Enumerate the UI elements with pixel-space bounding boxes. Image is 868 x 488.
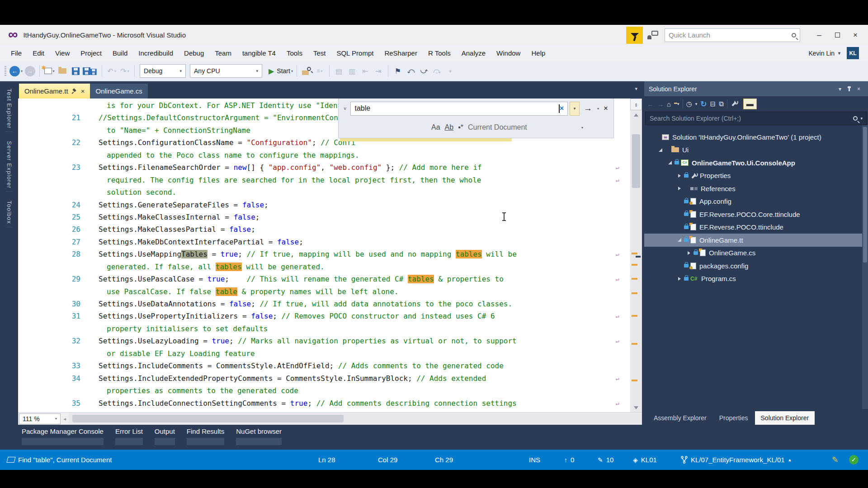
code-row[interactable]: 27Settings.MakeDbContextInterfacePartial… — [18, 236, 642, 248]
send-feedback-icon[interactable] — [647, 31, 658, 40]
menu-item-tangible-t4[interactable]: tangible T4 — [237, 49, 281, 57]
left-tab-test-explorer[interactable]: Test Explorer — [6, 86, 13, 132]
editor-horizontal-scrollbar[interactable] — [69, 413, 642, 425]
document-tab-onlinegame-tt[interactable]: OnlineGame.tt× — [19, 84, 90, 99]
menu-item-view[interactable]: View — [50, 49, 75, 57]
menu-item-window[interactable]: Window — [491, 49, 526, 57]
search-history-dropdown[interactable]: ▾ — [570, 102, 580, 116]
left-tab-toolbox[interactable]: Toolbox — [6, 198, 13, 227]
properties-window-icon[interactable]: ⧉ — [719, 100, 724, 108]
menu-item-r-tools[interactable]: R Tools — [423, 49, 456, 57]
undo-button[interactable]: ↶▾ — [106, 64, 118, 78]
pending-edits-indicator[interactable]: ✎10 — [598, 450, 613, 470]
code-row[interactable]: 26Settings.MakeClassesPartial = false; — [18, 223, 642, 235]
menu-item-incredibuild[interactable]: Incredibuild — [133, 49, 179, 57]
scroll-left-icon[interactable]: ◂ — [61, 416, 69, 422]
solution-search-input[interactable]: Search Solution Explorer (Ctrl+;) ▾ — [645, 112, 867, 125]
menu-item-project[interactable]: Project — [75, 49, 107, 57]
find-next-dropdown-icon[interactable]: ▾ — [597, 107, 599, 111]
tree-item-program-cs[interactable]: C#Program.cs — [644, 272, 868, 286]
toolbar-options-button[interactable]: ≡▾ — [314, 64, 326, 78]
menu-item-tools[interactable]: Tools — [281, 49, 308, 57]
find-next-button[interactable]: → — [581, 103, 594, 113]
repository-indicator[interactable]: ◈KL01 — [633, 450, 657, 470]
branch-indicator[interactable]: KL/07_EntityFramework_KL/01 ▲ — [681, 450, 792, 470]
save-all-button[interactable] — [83, 64, 98, 78]
code-row[interactable]: 29Settings.UsePascalCase = true; // This… — [18, 273, 642, 285]
code-row[interactable]: appended to the Poco class name to confi… — [18, 149, 642, 161]
code-row[interactable]: properties as comments to the generated … — [18, 385, 642, 397]
editor-vertical-scrollbar[interactable]: ⇕ — [630, 99, 642, 412]
next-bookmark-button[interactable]: ⤻ — [418, 64, 430, 78]
expanded-arrow-icon[interactable] — [676, 238, 683, 242]
tree-item-onlinegametwo-ui-consoleapp[interactable]: C#OnlineGameTwo.Ui.ConsoleApp — [644, 156, 868, 169]
menu-item-build[interactable]: Build — [107, 49, 133, 57]
code-row[interactable]: or disable EF Lazy Loading feature — [18, 347, 642, 360]
use-regex-button[interactable]: ▪* — [458, 123, 463, 131]
switch-views-dropdown[interactable]: ▾ — [677, 102, 679, 106]
close-tab-icon[interactable]: × — [81, 87, 85, 95]
search-options-dropdown[interactable]: ▾ — [860, 116, 863, 121]
tree-item-ui[interactable]: Ui — [644, 144, 868, 157]
find-scope-select[interactable]: Current Document ▾ — [468, 123, 583, 131]
incoming-commits-indicator[interactable]: ↑0 — [564, 450, 574, 470]
feedback-filter-icon[interactable] — [626, 27, 643, 44]
solution-explorer-header[interactable]: Solution Explorer ▾ × — [644, 81, 868, 96]
find-expand-icon[interactable]: ˅ — [341, 106, 349, 111]
feedback-smiley-icon[interactable]: ✎ — [832, 450, 838, 470]
restore-button[interactable] — [828, 28, 846, 43]
solution-platform-select[interactable]: Any CPU▾ — [190, 64, 262, 78]
menu-item-help[interactable]: Help — [526, 49, 551, 57]
home-icon[interactable]: ⌂ — [667, 100, 671, 108]
code-row[interactable]: 30Settings.UseDataAnnotations = false; /… — [18, 298, 642, 310]
tree-scrollbar[interactable] — [862, 125, 868, 409]
code-row[interactable]: 34Settings.IncludeExtendedPropertyCommen… — [18, 372, 642, 385]
start-debug-button[interactable]: ▶ Start ▾ — [269, 64, 293, 78]
code-row[interactable]: 22Settings.ConfigurationClassName = "Con… — [18, 136, 642, 149]
scroll-down-icon[interactable] — [630, 403, 642, 412]
pending-changes-filter-icon[interactable]: ◷ — [686, 100, 692, 108]
save-button[interactable] — [70, 64, 81, 78]
match-whole-word-button[interactable]: Ab — [445, 123, 454, 131]
menu-item-team[interactable]: Team — [209, 49, 237, 57]
menu-item-debug[interactable]: Debug — [179, 49, 209, 57]
pin-icon[interactable] — [72, 88, 77, 94]
tree-item-onlinegame-tt[interactable]: OnlineGame.tt — [644, 234, 868, 247]
menu-item-sql-prompt[interactable]: SQL Prompt — [331, 49, 379, 57]
scrollbar-track[interactable] — [630, 120, 642, 402]
scrollbar-thumb[interactable] — [72, 415, 344, 422]
code-row[interactable]: solution second. — [18, 186, 642, 198]
signed-in-user[interactable]: Kevin Lin — [808, 50, 835, 57]
panel-tab-output[interactable]: Output — [155, 427, 175, 450]
sync-status-icon[interactable]: ✓ — [849, 450, 859, 470]
prev-bookmark-button[interactable]: ⤺ — [405, 64, 417, 78]
redo-button[interactable]: ↷▾ — [119, 64, 131, 78]
code-editor[interactable]: is for your DbContext. For ASP.NET Ident… — [18, 99, 642, 412]
close-find-icon[interactable]: × — [601, 104, 611, 113]
user-dropdown-icon[interactable]: ▼ — [837, 51, 841, 56]
tree-item-ef-reverse-poco-ttinclude[interactable]: EF.Reverse.POCO.ttinclude — [644, 221, 868, 234]
open-file-button[interactable] — [57, 64, 68, 78]
uncomment-selection-button[interactable]: ▥ — [346, 64, 358, 78]
menu-item-edit[interactable]: Edit — [27, 49, 50, 57]
code-row[interactable]: property initialisers to set defaults — [18, 323, 642, 335]
pin-icon[interactable] — [849, 86, 850, 91]
code-row[interactable]: 32Settings.UseLazyLoading = true; // Mar… — [18, 335, 642, 347]
tree-item-solution-ithandyguy-onlinegametwo-1-project-[interactable]: ∞Solution 'ItHandyGuy.OnlineGameTwo' (1 … — [644, 131, 868, 144]
decrease-indent-button[interactable]: ⇤ — [359, 64, 371, 78]
minimize-button[interactable]: – — [810, 28, 828, 43]
panel-tab-error-list[interactable]: Error List — [115, 427, 143, 450]
tree-item-properties[interactable]: Properties — [644, 169, 868, 183]
code-row[interactable]: use PascalCase. If false table & propert… — [18, 286, 642, 298]
code-row[interactable]: 33Settings.IncludeComments = CommentsSty… — [18, 360, 642, 372]
code-row[interactable]: 25Settings.MakeClassesInternal = false; — [18, 211, 642, 223]
tree-item-onlinegame-cs[interactable]: OnlineGame.cs — [644, 247, 868, 260]
code-row[interactable]: required. The config files are searched … — [18, 174, 642, 186]
panel-tab-find-results[interactable]: Find Results — [187, 427, 224, 450]
tool-tab-assembly-explorer[interactable]: Assembly Explorer — [648, 411, 712, 425]
left-tab-server-explorer[interactable]: Server Explorer — [6, 138, 13, 192]
menu-item-resharper[interactable]: ReSharper — [379, 49, 423, 57]
code-row[interactable]: 31Settings.UsePropertyInitializers = fal… — [18, 310, 642, 322]
preview-selected-items-toggle[interactable]: ▬ — [743, 99, 757, 109]
filter-dropdown[interactable]: ▾ — [695, 102, 698, 106]
